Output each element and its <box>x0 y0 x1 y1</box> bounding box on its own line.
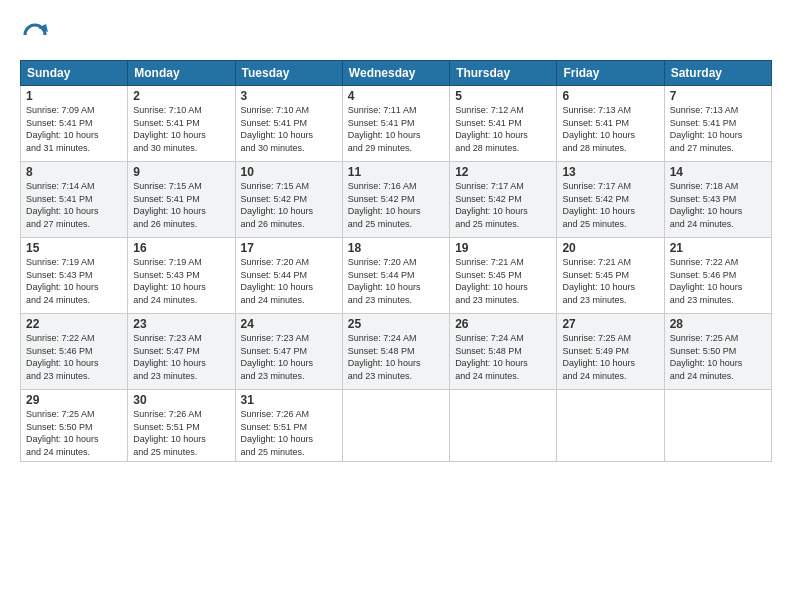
calendar-cell: 25Sunrise: 7:24 AM Sunset: 5:48 PM Dayli… <box>342 314 449 390</box>
day-number: 24 <box>241 317 337 331</box>
day-number: 12 <box>455 165 551 179</box>
calendar-cell: 12Sunrise: 7:17 AM Sunset: 5:42 PM Dayli… <box>450 162 557 238</box>
calendar-cell <box>557 390 664 462</box>
day-info: Sunrise: 7:26 AM Sunset: 5:51 PM Dayligh… <box>133 408 229 458</box>
day-number: 9 <box>133 165 229 179</box>
day-info: Sunrise: 7:15 AM Sunset: 5:42 PM Dayligh… <box>241 180 337 230</box>
calendar-cell: 8Sunrise: 7:14 AM Sunset: 5:41 PM Daylig… <box>21 162 128 238</box>
calendar-cell: 1Sunrise: 7:09 AM Sunset: 5:41 PM Daylig… <box>21 86 128 162</box>
day-info: Sunrise: 7:13 AM Sunset: 5:41 PM Dayligh… <box>562 104 658 154</box>
day-info: Sunrise: 7:24 AM Sunset: 5:48 PM Dayligh… <box>455 332 551 382</box>
weekday-header-friday: Friday <box>557 61 664 86</box>
calendar-cell <box>450 390 557 462</box>
calendar-cell: 21Sunrise: 7:22 AM Sunset: 5:46 PM Dayli… <box>664 238 771 314</box>
calendar-cell: 29Sunrise: 7:25 AM Sunset: 5:50 PM Dayli… <box>21 390 128 462</box>
weekday-header-row: SundayMondayTuesdayWednesdayThursdayFrid… <box>21 61 772 86</box>
day-number: 20 <box>562 241 658 255</box>
day-number: 30 <box>133 393 229 407</box>
calendar: SundayMondayTuesdayWednesdayThursdayFrid… <box>20 60 772 462</box>
calendar-cell <box>342 390 449 462</box>
day-info: Sunrise: 7:23 AM Sunset: 5:47 PM Dayligh… <box>241 332 337 382</box>
day-number: 29 <box>26 393 122 407</box>
calendar-cell: 22Sunrise: 7:22 AM Sunset: 5:46 PM Dayli… <box>21 314 128 390</box>
day-number: 4 <box>348 89 444 103</box>
day-number: 10 <box>241 165 337 179</box>
calendar-cell: 24Sunrise: 7:23 AM Sunset: 5:47 PM Dayli… <box>235 314 342 390</box>
page: SundayMondayTuesdayWednesdayThursdayFrid… <box>0 0 792 612</box>
day-number: 26 <box>455 317 551 331</box>
calendar-cell: 10Sunrise: 7:15 AM Sunset: 5:42 PM Dayli… <box>235 162 342 238</box>
day-number: 17 <box>241 241 337 255</box>
day-number: 18 <box>348 241 444 255</box>
calendar-cell: 23Sunrise: 7:23 AM Sunset: 5:47 PM Dayli… <box>128 314 235 390</box>
calendar-cell: 18Sunrise: 7:20 AM Sunset: 5:44 PM Dayli… <box>342 238 449 314</box>
day-number: 14 <box>670 165 766 179</box>
day-info: Sunrise: 7:25 AM Sunset: 5:50 PM Dayligh… <box>670 332 766 382</box>
day-number: 3 <box>241 89 337 103</box>
calendar-cell: 13Sunrise: 7:17 AM Sunset: 5:42 PM Dayli… <box>557 162 664 238</box>
calendar-cell: 3Sunrise: 7:10 AM Sunset: 5:41 PM Daylig… <box>235 86 342 162</box>
day-number: 31 <box>241 393 337 407</box>
calendar-cell: 20Sunrise: 7:21 AM Sunset: 5:45 PM Dayli… <box>557 238 664 314</box>
day-info: Sunrise: 7:22 AM Sunset: 5:46 PM Dayligh… <box>670 256 766 306</box>
day-info: Sunrise: 7:19 AM Sunset: 5:43 PM Dayligh… <box>133 256 229 306</box>
day-info: Sunrise: 7:23 AM Sunset: 5:47 PM Dayligh… <box>133 332 229 382</box>
day-info: Sunrise: 7:21 AM Sunset: 5:45 PM Dayligh… <box>562 256 658 306</box>
day-info: Sunrise: 7:15 AM Sunset: 5:41 PM Dayligh… <box>133 180 229 230</box>
weekday-header-thursday: Thursday <box>450 61 557 86</box>
weekday-header-saturday: Saturday <box>664 61 771 86</box>
calendar-cell: 6Sunrise: 7:13 AM Sunset: 5:41 PM Daylig… <box>557 86 664 162</box>
day-info: Sunrise: 7:17 AM Sunset: 5:42 PM Dayligh… <box>455 180 551 230</box>
day-number: 16 <box>133 241 229 255</box>
day-info: Sunrise: 7:16 AM Sunset: 5:42 PM Dayligh… <box>348 180 444 230</box>
calendar-cell: 31Sunrise: 7:26 AM Sunset: 5:51 PM Dayli… <box>235 390 342 462</box>
day-info: Sunrise: 7:26 AM Sunset: 5:51 PM Dayligh… <box>241 408 337 458</box>
calendar-cell: 11Sunrise: 7:16 AM Sunset: 5:42 PM Dayli… <box>342 162 449 238</box>
day-number: 23 <box>133 317 229 331</box>
day-info: Sunrise: 7:24 AM Sunset: 5:48 PM Dayligh… <box>348 332 444 382</box>
day-info: Sunrise: 7:18 AM Sunset: 5:43 PM Dayligh… <box>670 180 766 230</box>
day-number: 1 <box>26 89 122 103</box>
day-number: 19 <box>455 241 551 255</box>
day-number: 13 <box>562 165 658 179</box>
calendar-cell: 19Sunrise: 7:21 AM Sunset: 5:45 PM Dayli… <box>450 238 557 314</box>
day-info: Sunrise: 7:22 AM Sunset: 5:46 PM Dayligh… <box>26 332 122 382</box>
calendar-cell: 17Sunrise: 7:20 AM Sunset: 5:44 PM Dayli… <box>235 238 342 314</box>
calendar-cell: 16Sunrise: 7:19 AM Sunset: 5:43 PM Dayli… <box>128 238 235 314</box>
day-info: Sunrise: 7:25 AM Sunset: 5:50 PM Dayligh… <box>26 408 122 458</box>
day-info: Sunrise: 7:21 AM Sunset: 5:45 PM Dayligh… <box>455 256 551 306</box>
day-info: Sunrise: 7:25 AM Sunset: 5:49 PM Dayligh… <box>562 332 658 382</box>
day-info: Sunrise: 7:19 AM Sunset: 5:43 PM Dayligh… <box>26 256 122 306</box>
day-number: 27 <box>562 317 658 331</box>
day-number: 8 <box>26 165 122 179</box>
calendar-cell: 26Sunrise: 7:24 AM Sunset: 5:48 PM Dayli… <box>450 314 557 390</box>
day-number: 11 <box>348 165 444 179</box>
logo <box>20 20 54 50</box>
week-row-2: 8Sunrise: 7:14 AM Sunset: 5:41 PM Daylig… <box>21 162 772 238</box>
weekday-header-wednesday: Wednesday <box>342 61 449 86</box>
logo-icon <box>20 20 50 50</box>
calendar-cell <box>664 390 771 462</box>
calendar-cell: 9Sunrise: 7:15 AM Sunset: 5:41 PM Daylig… <box>128 162 235 238</box>
day-info: Sunrise: 7:11 AM Sunset: 5:41 PM Dayligh… <box>348 104 444 154</box>
day-number: 6 <box>562 89 658 103</box>
weekday-header-tuesday: Tuesday <box>235 61 342 86</box>
calendar-cell: 28Sunrise: 7:25 AM Sunset: 5:50 PM Dayli… <box>664 314 771 390</box>
week-row-1: 1Sunrise: 7:09 AM Sunset: 5:41 PM Daylig… <box>21 86 772 162</box>
day-number: 2 <box>133 89 229 103</box>
day-number: 5 <box>455 89 551 103</box>
day-number: 7 <box>670 89 766 103</box>
day-info: Sunrise: 7:13 AM Sunset: 5:41 PM Dayligh… <box>670 104 766 154</box>
day-info: Sunrise: 7:09 AM Sunset: 5:41 PM Dayligh… <box>26 104 122 154</box>
day-number: 21 <box>670 241 766 255</box>
day-number: 22 <box>26 317 122 331</box>
day-number: 15 <box>26 241 122 255</box>
day-number: 25 <box>348 317 444 331</box>
day-info: Sunrise: 7:12 AM Sunset: 5:41 PM Dayligh… <box>455 104 551 154</box>
weekday-header-sunday: Sunday <box>21 61 128 86</box>
calendar-cell: 7Sunrise: 7:13 AM Sunset: 5:41 PM Daylig… <box>664 86 771 162</box>
week-row-5: 29Sunrise: 7:25 AM Sunset: 5:50 PM Dayli… <box>21 390 772 462</box>
week-row-3: 15Sunrise: 7:19 AM Sunset: 5:43 PM Dayli… <box>21 238 772 314</box>
weekday-header-monday: Monday <box>128 61 235 86</box>
day-info: Sunrise: 7:17 AM Sunset: 5:42 PM Dayligh… <box>562 180 658 230</box>
